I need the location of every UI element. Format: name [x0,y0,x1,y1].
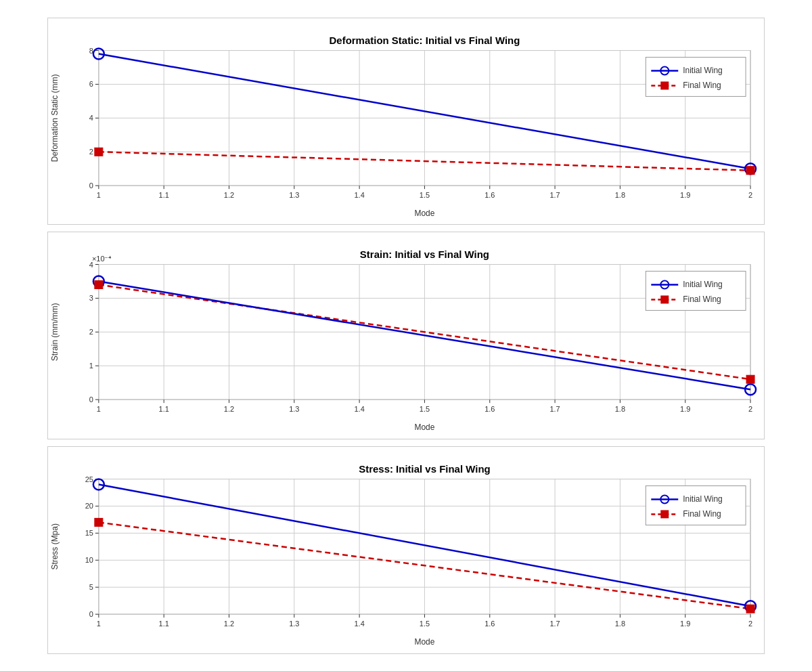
svg-text:1.7: 1.7 [549,405,560,413]
svg-text:1.7: 1.7 [549,191,560,199]
svg-rect-184 [95,518,103,526]
svg-text:1.6: 1.6 [484,405,495,413]
svg-text:1.5: 1.5 [420,405,430,413]
svg-text:10: 10 [85,556,93,564]
svg-text:Final Wing: Final Wing [683,509,721,519]
svg-text:1.3: 1.3 [289,191,299,199]
svg-text:1.8: 1.8 [615,191,625,199]
svg-text:×10⁻⁴: ×10⁻⁴ [92,255,112,263]
svg-text:1.4: 1.4 [355,405,365,413]
svg-text:1.5: 1.5 [420,191,430,199]
svg-text:1.3: 1.3 [289,405,299,413]
svg-rect-61 [660,81,669,89]
svg-text:1.1: 1.1 [159,405,169,413]
svg-text:20: 20 [85,502,93,510]
svg-rect-54 [95,148,103,156]
svg-text:25: 25 [85,475,93,483]
svg-rect-55 [746,166,754,174]
svg-text:1.2: 1.2 [224,191,234,199]
svg-text:Deformation Static: Initial   : Deformation Static: Initial vs Final Win… [330,34,520,45]
chart-stress: 051015202511.11.21.31.41.51.61.71.81.92M… [47,446,765,654]
svg-text:1.8: 1.8 [615,620,625,628]
svg-rect-185 [746,605,754,613]
svg-text:1: 1 [97,405,101,413]
svg-text:1.1: 1.1 [159,620,169,628]
svg-text:1.5: 1.5 [420,620,430,628]
svg-text:Stress (Mpa): Stress (Mpa) [50,523,60,570]
svg-text:1.8: 1.8 [615,405,625,413]
svg-text:Initial Wing: Initial Wing [683,66,723,75]
svg-text:5: 5 [89,583,93,591]
svg-text:Initial Wing: Initial Wing [683,280,723,290]
chart-deformation: 0246811.11.21.31.41.51.61.71.81.92ModeDe… [47,18,765,225]
svg-text:2: 2 [748,620,752,628]
svg-text:1.4: 1.4 [355,620,365,628]
svg-rect-191 [660,510,669,518]
svg-text:1: 1 [97,191,101,199]
svg-rect-56 [646,57,746,96]
svg-text:1.1: 1.1 [159,191,169,199]
svg-text:0: 0 [89,610,93,618]
svg-text:Strain: Initial vs Final Wing: Strain: Initial vs Final Wing [360,248,489,260]
svg-rect-186 [646,485,746,525]
svg-text:1.2: 1.2 [224,405,234,413]
svg-text:1.9: 1.9 [680,405,690,413]
svg-text:1: 1 [97,620,101,628]
svg-text:Final Wing: Final Wing [683,81,721,90]
svg-text:4: 4 [89,114,93,122]
svg-text:Stress: Initial vs Final Wing: Stress: Initial vs Final Wing [359,462,490,474]
svg-text:Initial Wing: Initial Wing [683,494,723,504]
chart-strain: 0123411.11.21.31.41.51.61.71.81.92ModeSt… [47,232,765,439]
svg-text:Mode: Mode [414,423,434,432]
svg-text:1: 1 [89,362,93,370]
svg-text:1.6: 1.6 [484,620,495,628]
svg-text:1.3: 1.3 [289,620,299,628]
svg-rect-120 [646,272,746,311]
svg-rect-125 [660,296,669,304]
svg-text:Strain (mm/mm): Strain (mm/mm) [50,303,60,362]
svg-text:1.7: 1.7 [549,620,560,628]
svg-text:2: 2 [748,191,752,199]
svg-text:Mode: Mode [414,637,434,647]
svg-text:1.9: 1.9 [680,191,690,199]
charts-container: 0246811.11.21.31.41.51.61.71.81.92ModeDe… [34,11,778,661]
svg-rect-118 [95,281,103,289]
svg-rect-119 [746,375,754,383]
svg-text:1.4: 1.4 [355,191,365,199]
svg-text:Mode: Mode [414,209,434,218]
svg-text:1.9: 1.9 [680,620,690,628]
svg-text:0: 0 [89,395,93,404]
svg-text:15: 15 [85,529,93,537]
svg-text:2: 2 [748,405,752,413]
svg-text:3: 3 [89,295,93,303]
svg-text:1.2: 1.2 [224,620,234,628]
svg-text:6: 6 [89,80,93,88]
svg-text:0: 0 [89,181,93,190]
svg-text:Deformation Static (mm): Deformation Static (mm) [50,74,60,162]
svg-text:2: 2 [89,328,93,337]
svg-text:Final Wing: Final Wing [683,295,721,305]
svg-text:1.6: 1.6 [484,191,495,199]
svg-text:2: 2 [89,148,93,156]
